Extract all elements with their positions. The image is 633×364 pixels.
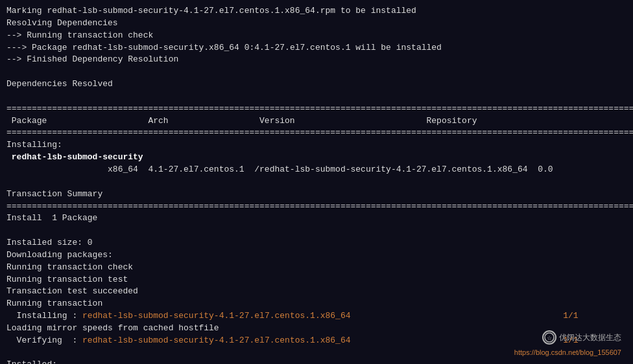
line-text: Transaction test succeeded: [6, 286, 138, 296]
separator-line: ========================================…: [6, 127, 627, 139]
installing-prefix: Installing :: [6, 311, 82, 321]
watermark-svg: ☆: [544, 332, 555, 343]
line-text: Marking redhat-lsb-submod-security-4.1-2…: [6, 6, 416, 16]
terminal-line: Downloading packages:: [6, 249, 627, 262]
separator-line: ========================================…: [6, 103, 627, 115]
terminal-line: Installing:: [6, 139, 627, 152]
terminal-line: Running transaction test: [6, 274, 627, 286]
line-text: x86_64 4.1-27.el7.centos.1 /redhat-lsb-s…: [6, 165, 553, 174]
terminal-blank-line: [6, 176, 627, 188]
separator-text: ========================================…: [6, 201, 633, 211]
line-text: Loading mirror speeds from cached hostfi…: [6, 323, 219, 333]
line-text: Running transaction: [6, 299, 102, 308]
watermark: ☆ 优阔达大数据生态: [542, 330, 621, 345]
terminal-line: Resolving Dependencies: [6, 17, 627, 30]
watermark-icon: ☆: [542, 330, 556, 345]
terminal-line: ---> Package redhat-lsb-submod-security.…: [6, 42, 627, 54]
terminal-line: x86_64 4.1-27.el7.centos.1 /redhat-lsb-s…: [6, 164, 627, 176]
arrow2-prefix: --->: [6, 43, 32, 52]
line-text: Running transaction check: [27, 30, 153, 40]
line-text: Installing:: [6, 140, 62, 150]
terminal-line: Installing : redhat-lsb-submod-security-…: [6, 310, 627, 323]
line-text: Finished Dependency Resolution: [27, 54, 178, 64]
terminal-line: Loading mirror speeds from cached hostfi…: [6, 323, 627, 335]
line-text: Installed size: 0: [6, 238, 93, 247]
installing-pkg: redhat-lsb-submod-security-4.1-27.el7.ce…: [82, 311, 350, 321]
terminal-line: --> Finished Dependency Resolution: [6, 54, 627, 66]
line-text: Resolving Dependencies: [6, 18, 118, 28]
terminal-line: --> Running transaction check: [6, 30, 627, 42]
terminal-blank-line: [6, 225, 627, 237]
terminal-line: Running transaction: [6, 298, 627, 310]
terminal-line: Transaction test succeeded: [6, 286, 627, 298]
install-count: 1/1: [563, 311, 578, 321]
line-text: Downloading packages:: [6, 250, 113, 260]
terminal-header-line: Package Arch Version Repository Size: [6, 115, 627, 128]
terminal-line: Installed:: [6, 359, 627, 364]
separator-line: ========================================…: [6, 201, 627, 213]
line-text: Transaction Summary: [6, 189, 102, 199]
installing-spacer: [351, 311, 564, 321]
line-text: Dependencies Resolved: [6, 79, 113, 89]
separator-text: ========================================…: [6, 104, 633, 113]
terminal-line: Marking redhat-lsb-submod-security-4.1-2…: [6, 5, 627, 17]
package-name: redhat-lsb-submod-security: [6, 152, 143, 162]
terminal-line: redhat-lsb-submod-security: [6, 152, 627, 164]
terminal-line: Verifying : redhat-lsb-submod-security-4…: [6, 335, 627, 347]
terminal-line: Installed size: 0: [6, 237, 627, 249]
arrow-prefix: -->: [6, 54, 27, 64]
line-text: Package redhat-lsb-submod-security.x86_6…: [32, 43, 442, 52]
line-text: Running transaction test: [6, 275, 128, 284]
arrow-prefix: -->: [6, 30, 27, 40]
verifying-pkg: redhat-lsb-submod-security-4.1-27.el7.ce…: [82, 336, 350, 345]
terminal-window: Marking redhat-lsb-submod-security-4.1-2…: [0, 0, 633, 364]
terminal-blank-line: [6, 66, 627, 78]
svg-text:☆: ☆: [547, 335, 552, 341]
line-text: Installed:: [6, 359, 57, 364]
verifying-prefix: Verifying :: [6, 336, 82, 345]
verifying-spacer: [351, 336, 564, 345]
terminal-line: Transaction Summary: [6, 188, 627, 201]
watermark-url: https://blog.csdn.net/blog_155607: [514, 348, 621, 356]
line-text: Install 1 Package: [6, 213, 97, 223]
watermark-text: 优阔达大数据生态: [559, 332, 621, 343]
terminal-blank-line: [6, 91, 627, 103]
terminal-line: Dependencies Resolved: [6, 78, 627, 91]
separator-text: ========================================…: [6, 128, 633, 137]
terminal-line: Install 1 Package: [6, 212, 627, 225]
terminal-line: Running transaction check: [6, 262, 627, 274]
line-text: Package Arch Version Repository Size: [6, 116, 633, 126]
line-text: Running transaction check: [6, 262, 133, 272]
